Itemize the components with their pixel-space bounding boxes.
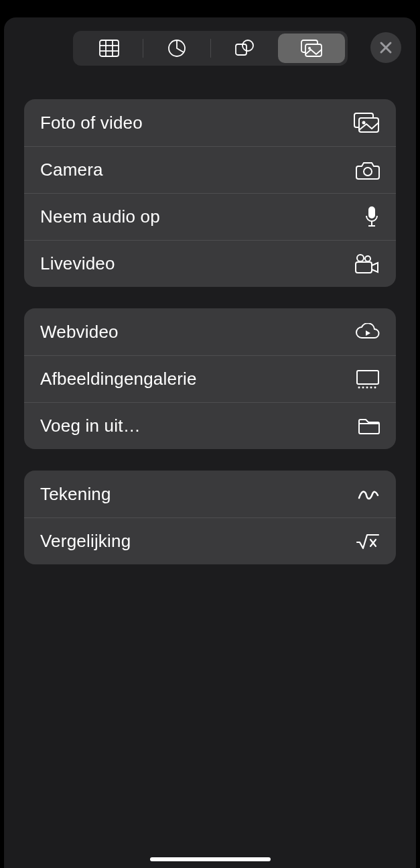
- item-camera[interactable]: Camera: [24, 146, 396, 193]
- content: Foto of video Camera: [4, 72, 416, 564]
- item-drawing[interactable]: Tekening: [24, 471, 396, 517]
- shapes-icon: [234, 39, 255, 58]
- gallery-icon: [356, 369, 380, 389]
- svg-point-20: [357, 255, 364, 261]
- item-photo-or-video[interactable]: Foto of video: [24, 99, 396, 146]
- svg-point-7: [242, 40, 253, 51]
- svg-point-26: [366, 386, 368, 388]
- group-create: Tekening Vergelijking: [24, 471, 396, 564]
- item-label: Webvideo: [40, 322, 119, 343]
- svg-rect-0: [100, 40, 119, 56]
- camera-icon: [356, 160, 380, 180]
- svg-point-25: [362, 386, 364, 388]
- scribble-icon: [357, 486, 380, 502]
- item-label: Voeg in uit…: [40, 416, 141, 436]
- group-import: Webvideo Afbeeldingengalerie: [24, 308, 396, 449]
- tab-shapes[interactable]: [211, 34, 278, 63]
- videocam-icon: [354, 254, 380, 274]
- mic-icon: [364, 206, 380, 229]
- item-label: Neem audio op: [40, 206, 160, 227]
- svg-rect-9: [305, 44, 322, 56]
- folder-icon: [357, 417, 380, 436]
- item-label: Tekening: [40, 484, 111, 505]
- item-label: Vergelijking: [40, 531, 131, 552]
- svg-point-24: [358, 386, 360, 388]
- table-icon: [99, 40, 119, 57]
- svg-point-28: [374, 386, 376, 388]
- item-web-video[interactable]: Webvideo: [24, 308, 396, 355]
- svg-point-15: [362, 121, 366, 125]
- sqrt-icon: [356, 533, 380, 550]
- tab-table[interactable]: [76, 34, 143, 63]
- item-equation[interactable]: Vergelijking: [24, 517, 396, 564]
- photo-icon: [353, 112, 380, 133]
- media-icon: [300, 39, 323, 58]
- chart-icon: [167, 39, 186, 58]
- item-record-audio[interactable]: Neem audio op: [24, 193, 396, 240]
- item-insert-from[interactable]: Voeg in uit…: [24, 402, 396, 449]
- tab-media[interactable]: [278, 34, 345, 63]
- close-button[interactable]: [370, 32, 401, 63]
- tab-bar: [73, 31, 348, 66]
- item-label: Foto of video: [40, 113, 143, 133]
- svg-rect-22: [356, 262, 372, 273]
- item-label: Camera: [40, 160, 103, 180]
- close-icon: [379, 41, 393, 54]
- svg-rect-23: [357, 371, 378, 384]
- svg-point-16: [364, 168, 372, 176]
- item-label: Livevideo: [40, 253, 115, 274]
- item-live-video[interactable]: Livevideo: [24, 240, 396, 287]
- sheet-header: [4, 17, 416, 72]
- tab-chart[interactable]: [143, 34, 210, 63]
- cloud-play-icon: [354, 323, 380, 340]
- item-label: Afbeeldingengalerie: [40, 369, 197, 389]
- home-indicator[interactable]: [150, 857, 271, 861]
- svg-point-27: [370, 386, 372, 388]
- item-image-gallery[interactable]: Afbeeldingengalerie: [24, 355, 396, 402]
- insert-sheet: Foto of video Camera: [4, 17, 416, 868]
- group-capture: Foto of video Camera: [24, 99, 396, 287]
- svg-point-21: [365, 256, 370, 261]
- svg-rect-17: [369, 207, 374, 218]
